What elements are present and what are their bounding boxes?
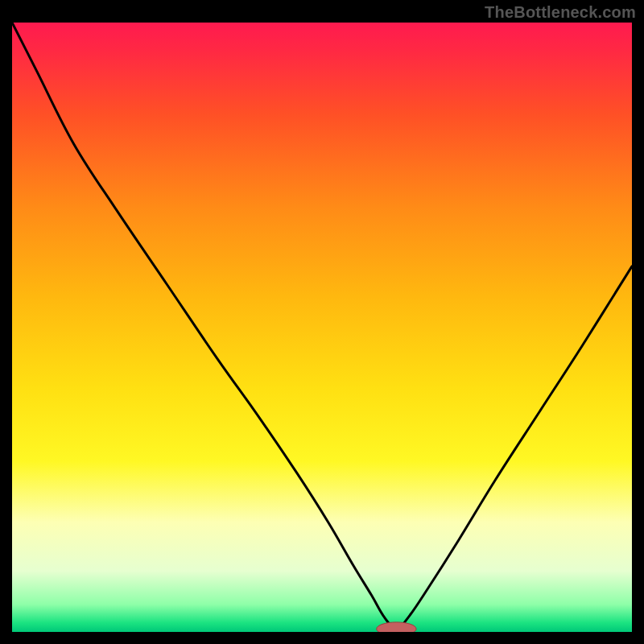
watermark-text: TheBottleneck.com: [485, 3, 636, 22]
plot-area: [12, 23, 632, 632]
bottleneck-chart: [12, 23, 632, 632]
chart-stage: TheBottleneck.com: [0, 0, 644, 644]
gradient-background: [12, 23, 632, 632]
